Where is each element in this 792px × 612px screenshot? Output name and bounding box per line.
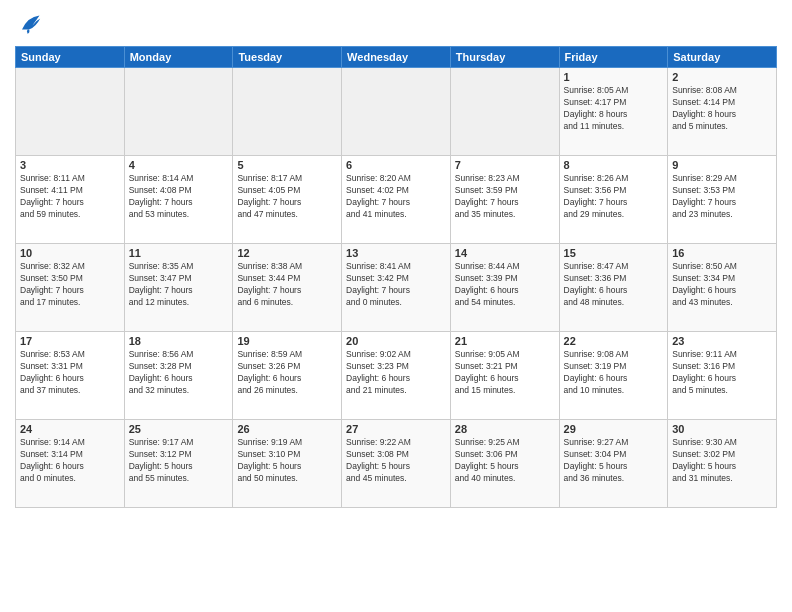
day-number: 14 bbox=[455, 247, 555, 259]
day-number: 6 bbox=[346, 159, 446, 171]
calendar-cell: 30Sunrise: 9:30 AM Sunset: 3:02 PM Dayli… bbox=[668, 420, 777, 508]
calendar-cell: 29Sunrise: 9:27 AM Sunset: 3:04 PM Dayli… bbox=[559, 420, 668, 508]
day-info: Sunrise: 8:38 AM Sunset: 3:44 PM Dayligh… bbox=[237, 261, 337, 309]
day-number: 9 bbox=[672, 159, 772, 171]
calendar-cell: 2Sunrise: 8:08 AM Sunset: 4:14 PM Daylig… bbox=[668, 68, 777, 156]
day-info: Sunrise: 8:23 AM Sunset: 3:59 PM Dayligh… bbox=[455, 173, 555, 221]
day-info: Sunrise: 8:56 AM Sunset: 3:28 PM Dayligh… bbox=[129, 349, 229, 397]
day-info: Sunrise: 8:53 AM Sunset: 3:31 PM Dayligh… bbox=[20, 349, 120, 397]
day-number: 29 bbox=[564, 423, 664, 435]
week-row-5: 24Sunrise: 9:14 AM Sunset: 3:14 PM Dayli… bbox=[16, 420, 777, 508]
day-number: 10 bbox=[20, 247, 120, 259]
week-row-3: 10Sunrise: 8:32 AM Sunset: 3:50 PM Dayli… bbox=[16, 244, 777, 332]
day-number: 19 bbox=[237, 335, 337, 347]
calendar-cell: 16Sunrise: 8:50 AM Sunset: 3:34 PM Dayli… bbox=[668, 244, 777, 332]
calendar-cell: 12Sunrise: 8:38 AM Sunset: 3:44 PM Dayli… bbox=[233, 244, 342, 332]
day-info: Sunrise: 8:17 AM Sunset: 4:05 PM Dayligh… bbox=[237, 173, 337, 221]
day-info: Sunrise: 8:50 AM Sunset: 3:34 PM Dayligh… bbox=[672, 261, 772, 309]
day-number: 27 bbox=[346, 423, 446, 435]
day-info: Sunrise: 8:32 AM Sunset: 3:50 PM Dayligh… bbox=[20, 261, 120, 309]
calendar-cell: 10Sunrise: 8:32 AM Sunset: 3:50 PM Dayli… bbox=[16, 244, 125, 332]
day-number: 17 bbox=[20, 335, 120, 347]
weekday-header-friday: Friday bbox=[559, 47, 668, 68]
day-number: 11 bbox=[129, 247, 229, 259]
day-number: 16 bbox=[672, 247, 772, 259]
day-info: Sunrise: 9:27 AM Sunset: 3:04 PM Dayligh… bbox=[564, 437, 664, 485]
day-number: 5 bbox=[237, 159, 337, 171]
calendar-cell bbox=[450, 68, 559, 156]
day-number: 12 bbox=[237, 247, 337, 259]
calendar-page: SundayMondayTuesdayWednesdayThursdayFrid… bbox=[0, 0, 792, 612]
calendar-cell: 23Sunrise: 9:11 AM Sunset: 3:16 PM Dayli… bbox=[668, 332, 777, 420]
calendar-cell: 27Sunrise: 9:22 AM Sunset: 3:08 PM Dayli… bbox=[342, 420, 451, 508]
calendar-cell: 24Sunrise: 9:14 AM Sunset: 3:14 PM Dayli… bbox=[16, 420, 125, 508]
week-row-2: 3Sunrise: 8:11 AM Sunset: 4:11 PM Daylig… bbox=[16, 156, 777, 244]
calendar-cell bbox=[342, 68, 451, 156]
day-number: 1 bbox=[564, 71, 664, 83]
day-number: 21 bbox=[455, 335, 555, 347]
day-number: 28 bbox=[455, 423, 555, 435]
calendar-table: SundayMondayTuesdayWednesdayThursdayFrid… bbox=[15, 46, 777, 508]
day-info: Sunrise: 8:08 AM Sunset: 4:14 PM Dayligh… bbox=[672, 85, 772, 133]
logo-icon bbox=[15, 10, 43, 38]
calendar-cell: 1Sunrise: 8:05 AM Sunset: 4:17 PM Daylig… bbox=[559, 68, 668, 156]
weekday-header-monday: Monday bbox=[124, 47, 233, 68]
day-info: Sunrise: 8:41 AM Sunset: 3:42 PM Dayligh… bbox=[346, 261, 446, 309]
day-info: Sunrise: 8:59 AM Sunset: 3:26 PM Dayligh… bbox=[237, 349, 337, 397]
calendar-cell bbox=[16, 68, 125, 156]
day-number: 23 bbox=[672, 335, 772, 347]
day-info: Sunrise: 9:22 AM Sunset: 3:08 PM Dayligh… bbox=[346, 437, 446, 485]
day-number: 26 bbox=[237, 423, 337, 435]
day-info: Sunrise: 9:02 AM Sunset: 3:23 PM Dayligh… bbox=[346, 349, 446, 397]
weekday-header-thursday: Thursday bbox=[450, 47, 559, 68]
day-info: Sunrise: 9:25 AM Sunset: 3:06 PM Dayligh… bbox=[455, 437, 555, 485]
day-info: Sunrise: 8:47 AM Sunset: 3:36 PM Dayligh… bbox=[564, 261, 664, 309]
day-number: 15 bbox=[564, 247, 664, 259]
header bbox=[15, 10, 777, 38]
day-number: 13 bbox=[346, 247, 446, 259]
day-info: Sunrise: 9:11 AM Sunset: 3:16 PM Dayligh… bbox=[672, 349, 772, 397]
day-number: 30 bbox=[672, 423, 772, 435]
day-info: Sunrise: 9:30 AM Sunset: 3:02 PM Dayligh… bbox=[672, 437, 772, 485]
weekday-header-row: SundayMondayTuesdayWednesdayThursdayFrid… bbox=[16, 47, 777, 68]
calendar-cell: 17Sunrise: 8:53 AM Sunset: 3:31 PM Dayli… bbox=[16, 332, 125, 420]
day-info: Sunrise: 8:11 AM Sunset: 4:11 PM Dayligh… bbox=[20, 173, 120, 221]
calendar-cell: 26Sunrise: 9:19 AM Sunset: 3:10 PM Dayli… bbox=[233, 420, 342, 508]
calendar-cell: 15Sunrise: 8:47 AM Sunset: 3:36 PM Dayli… bbox=[559, 244, 668, 332]
calendar-cell bbox=[233, 68, 342, 156]
calendar-cell: 20Sunrise: 9:02 AM Sunset: 3:23 PM Dayli… bbox=[342, 332, 451, 420]
weekday-header-saturday: Saturday bbox=[668, 47, 777, 68]
calendar-cell: 5Sunrise: 8:17 AM Sunset: 4:05 PM Daylig… bbox=[233, 156, 342, 244]
calendar-cell: 3Sunrise: 8:11 AM Sunset: 4:11 PM Daylig… bbox=[16, 156, 125, 244]
day-info: Sunrise: 8:20 AM Sunset: 4:02 PM Dayligh… bbox=[346, 173, 446, 221]
day-number: 25 bbox=[129, 423, 229, 435]
calendar-cell: 13Sunrise: 8:41 AM Sunset: 3:42 PM Dayli… bbox=[342, 244, 451, 332]
day-number: 18 bbox=[129, 335, 229, 347]
day-info: Sunrise: 9:17 AM Sunset: 3:12 PM Dayligh… bbox=[129, 437, 229, 485]
day-number: 20 bbox=[346, 335, 446, 347]
day-info: Sunrise: 8:14 AM Sunset: 4:08 PM Dayligh… bbox=[129, 173, 229, 221]
day-info: Sunrise: 9:14 AM Sunset: 3:14 PM Dayligh… bbox=[20, 437, 120, 485]
day-info: Sunrise: 9:19 AM Sunset: 3:10 PM Dayligh… bbox=[237, 437, 337, 485]
calendar-cell: 8Sunrise: 8:26 AM Sunset: 3:56 PM Daylig… bbox=[559, 156, 668, 244]
calendar-cell bbox=[124, 68, 233, 156]
calendar-cell: 4Sunrise: 8:14 AM Sunset: 4:08 PM Daylig… bbox=[124, 156, 233, 244]
logo bbox=[15, 10, 47, 38]
calendar-cell: 21Sunrise: 9:05 AM Sunset: 3:21 PM Dayli… bbox=[450, 332, 559, 420]
week-row-4: 17Sunrise: 8:53 AM Sunset: 3:31 PM Dayli… bbox=[16, 332, 777, 420]
weekday-header-tuesday: Tuesday bbox=[233, 47, 342, 68]
calendar-cell: 14Sunrise: 8:44 AM Sunset: 3:39 PM Dayli… bbox=[450, 244, 559, 332]
weekday-header-sunday: Sunday bbox=[16, 47, 125, 68]
day-info: Sunrise: 8:29 AM Sunset: 3:53 PM Dayligh… bbox=[672, 173, 772, 221]
day-info: Sunrise: 8:05 AM Sunset: 4:17 PM Dayligh… bbox=[564, 85, 664, 133]
calendar-cell: 11Sunrise: 8:35 AM Sunset: 3:47 PM Dayli… bbox=[124, 244, 233, 332]
weekday-header-wednesday: Wednesday bbox=[342, 47, 451, 68]
day-info: Sunrise: 9:05 AM Sunset: 3:21 PM Dayligh… bbox=[455, 349, 555, 397]
calendar-cell: 22Sunrise: 9:08 AM Sunset: 3:19 PM Dayli… bbox=[559, 332, 668, 420]
calendar-cell: 7Sunrise: 8:23 AM Sunset: 3:59 PM Daylig… bbox=[450, 156, 559, 244]
week-row-1: 1Sunrise: 8:05 AM Sunset: 4:17 PM Daylig… bbox=[16, 68, 777, 156]
day-number: 24 bbox=[20, 423, 120, 435]
day-number: 3 bbox=[20, 159, 120, 171]
calendar-cell: 9Sunrise: 8:29 AM Sunset: 3:53 PM Daylig… bbox=[668, 156, 777, 244]
day-info: Sunrise: 8:44 AM Sunset: 3:39 PM Dayligh… bbox=[455, 261, 555, 309]
